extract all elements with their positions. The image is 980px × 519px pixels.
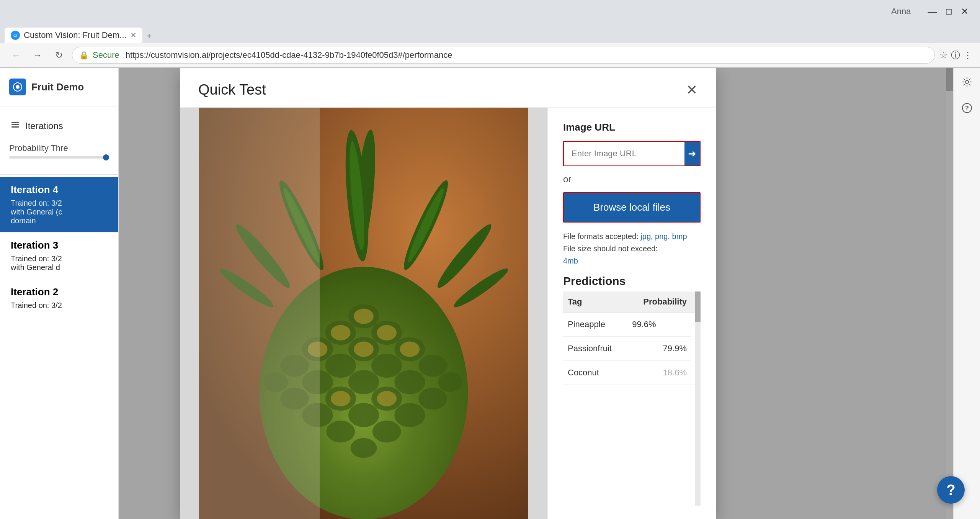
iteration-item-4[interactable]: Iteration 4 Trained on: 3/2with General … [0, 177, 118, 232]
prob-label: Probability Thre [9, 143, 68, 153]
title-bar: Anna — □ ✕ [0, 0, 980, 23]
gear-icon [962, 77, 972, 90]
prediction-row-coconut: Coconut 18.6% [563, 361, 701, 385]
col-tag: Tag [563, 291, 627, 313]
predictions-table: Tag Probability Pineapple 99.6% [563, 291, 701, 385]
iterations-label: Iterations [25, 121, 63, 131]
sidebar: Fruit Demo Iterations Probability Thre I… [0, 68, 119, 519]
browser-chrome: Anna — □ ✕ Custom Vision: Fruit Dem... ✕… [0, 0, 980, 68]
modal-header: Quick Test ✕ [180, 68, 716, 108]
app-logo [9, 79, 26, 95]
iteration-item-3[interactable]: Iteration 3 Trained on: 3/2with General … [0, 232, 118, 279]
forward-button[interactable]: → [29, 47, 46, 64]
url-submit-button[interactable]: ➜ [684, 142, 700, 165]
svg-point-41 [377, 391, 397, 406]
svg-rect-4 [11, 124, 19, 125]
maximize-button[interactable]: □ [942, 5, 956, 18]
iteration-item-2[interactable]: Iteration 2 Trained on: 3/2 [0, 279, 118, 317]
image-url-input[interactable] [564, 142, 684, 165]
window-controls: Anna — □ ✕ [891, 5, 972, 18]
svg-point-18 [418, 355, 447, 377]
prediction-row-pineapple: Pineapple 99.6% [563, 313, 701, 337]
address-icons: ☆ ⓘ ⋮ [939, 49, 972, 61]
help-icon-button[interactable]: ? [958, 100, 976, 118]
iteration-2-title: Iteration 2 [11, 286, 108, 298]
svg-point-32 [372, 421, 401, 442]
svg-rect-53 [199, 108, 320, 519]
svg-point-22 [394, 370, 425, 394]
svg-point-23 [438, 372, 462, 392]
iteration-3-subtitle: Trained on: 3/2with General d [11, 254, 108, 272]
tab-favicon [11, 31, 20, 40]
sidebar-item-iterations[interactable]: Iterations [0, 114, 118, 138]
tag-coconut: Coconut [563, 361, 627, 385]
or-label: or [563, 174, 701, 185]
prob-passionfruit: 79.9% [627, 337, 691, 361]
prediction-row-passionfruit: Passionfruit 79.9% [563, 337, 701, 361]
sidebar-header: Fruit Demo [0, 68, 118, 106]
svg-point-27 [418, 388, 447, 409]
file-size-limit[interactable]: 4mb [563, 257, 578, 265]
tab-close-button[interactable]: ✕ [131, 31, 136, 39]
sidebar-divider [0, 174, 118, 175]
svg-point-36 [377, 325, 397, 341]
settings-button[interactable] [958, 74, 976, 92]
probability-threshold: Probability Thre [0, 138, 118, 164]
close-button[interactable]: ✕ [957, 5, 972, 18]
svg-point-17 [371, 354, 402, 378]
prob-coconut: 18.6% [627, 361, 691, 385]
tab-title: Custom Vision: Fruit Dem... [24, 30, 127, 40]
help-question-icon: ? [946, 482, 955, 498]
col-probability: Probability [627, 291, 691, 313]
app-container: Fruit Demo Iterations Probability Thre I… [0, 68, 980, 519]
menu-button[interactable]: ⋮ [963, 50, 972, 61]
refresh-button[interactable]: ↻ [51, 47, 67, 64]
file-formats-text: File formats accepted: [563, 232, 640, 241]
predictions-section: Predictions Tag Probability [563, 275, 701, 506]
svg-text:?: ? [965, 105, 969, 111]
tag-passionfruit: Passionfruit [563, 337, 627, 361]
image-panel [180, 108, 547, 519]
svg-point-34 [354, 309, 374, 324]
quick-test-dialog: Quick Test ✕ [180, 68, 716, 519]
svg-point-29 [348, 403, 379, 427]
address-input-wrap: 🔒 Secure https://customvision.ai/project… [72, 47, 935, 64]
svg-point-21 [348, 370, 379, 394]
floating-help-button[interactable]: ? [937, 476, 965, 504]
threshold-slider[interactable] [9, 156, 109, 159]
address-url[interactable]: https://customvision.ai/projects/ec4105d… [126, 50, 928, 60]
iteration-4-subtitle: Trained on: 3/2with General (cdomain [11, 199, 108, 225]
image-url-label: Image URL [563, 121, 701, 133]
new-tab-button[interactable]: + [142, 29, 156, 43]
main-content: Quick Test ✕ [119, 68, 953, 519]
address-bar: ← → ↻ 🔒 Secure https://customvision.ai/p… [0, 43, 980, 67]
modal-body: Image URL ➜ or Browse local files [180, 108, 716, 519]
pineapple-image [180, 108, 547, 519]
svg-point-33 [351, 438, 377, 458]
predictions-scrollbar-thumb [695, 291, 701, 322]
modal-close-button[interactable]: ✕ [686, 83, 697, 97]
file-formats-links[interactable]: jpg, png, bmp [640, 232, 687, 241]
file-size-text: File size should not exceed: [563, 244, 658, 253]
user-name: Anna [891, 7, 911, 16]
minimize-button[interactable]: — [924, 5, 941, 18]
svg-point-0 [13, 33, 18, 38]
back-button[interactable]: ← [8, 47, 24, 64]
iteration-3-title: Iteration 3 [11, 239, 108, 251]
browse-btn-wrap: Browse local files [563, 192, 701, 223]
prob-pineapple: 99.6% [627, 313, 691, 337]
bookmark-button[interactable]: ☆ [939, 50, 948, 61]
svg-point-54 [965, 80, 969, 83]
active-tab[interactable]: Custom Vision: Fruit Dem... ✕ [5, 28, 142, 43]
arrow-right-icon: ➜ [688, 148, 696, 160]
svg-point-40 [331, 391, 351, 406]
secure-icon: 🔒 [79, 51, 89, 60]
predictions-label: Predictions [563, 275, 701, 288]
info-button[interactable]: ⓘ [951, 49, 960, 61]
right-panel: Image URL ➜ or Browse local files [547, 108, 716, 519]
file-info: File formats accepted: jpg, png, bmp Fil… [563, 230, 701, 267]
predictions-scroll-container: Tag Probability Pineapple 99.6% [563, 291, 701, 506]
browse-local-files-button[interactable]: Browse local files [564, 193, 700, 222]
predictions-scrollbar[interactable] [695, 291, 701, 506]
sidebar-nav: Iterations Probability Thre [0, 106, 118, 172]
